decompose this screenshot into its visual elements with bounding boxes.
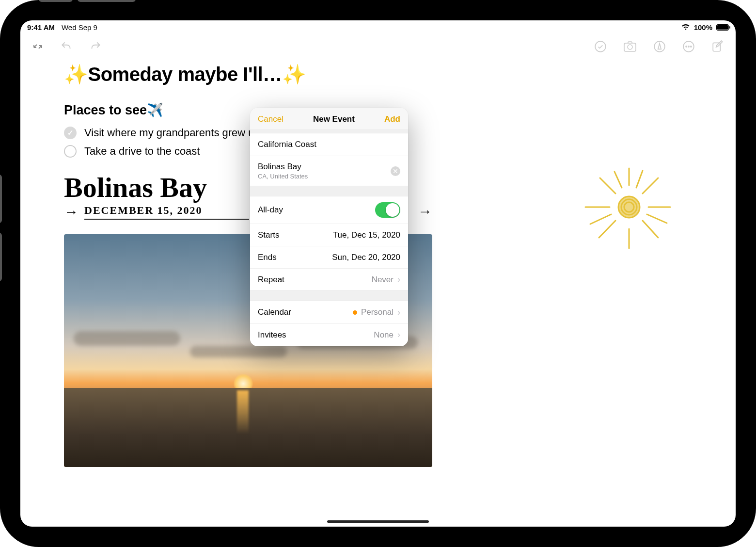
all-day-toggle[interactable] xyxy=(375,202,400,218)
clear-location-icon[interactable]: ✕ xyxy=(391,166,400,176)
repeat-value: Never xyxy=(372,275,394,285)
starts-row[interactable]: Starts Tue, Dec 15, 2020 xyxy=(250,224,408,246)
arrow-right-icon: → xyxy=(418,203,432,220)
more-icon[interactable] xyxy=(682,40,695,55)
handwritten-date: DECEMBER 15, 2020 xyxy=(84,204,249,217)
chevron-right-icon: › xyxy=(397,330,400,340)
event-title-field[interactable]: California Coast xyxy=(250,133,408,156)
calendar-color-dot xyxy=(353,310,357,315)
svg-point-5 xyxy=(686,46,687,47)
starts-value: Tue, Dec 15, 2020 xyxy=(333,230,400,240)
ends-value: Sun, Dec 20, 2020 xyxy=(332,253,400,262)
popover-header: Cancel New Event Add xyxy=(250,108,408,129)
collapse-icon[interactable] xyxy=(32,41,44,54)
popover-title: New Event xyxy=(313,114,355,124)
location-detail: CA, United States xyxy=(258,173,308,180)
calendar-label: Calendar xyxy=(258,307,291,317)
cancel-button[interactable]: Cancel xyxy=(258,114,284,124)
checkbox-checked-icon[interactable] xyxy=(64,127,77,139)
status-date: Wed Sep 9 xyxy=(62,23,97,32)
all-day-label: All-day xyxy=(258,205,283,215)
svg-point-2 xyxy=(628,45,632,49)
invitees-value: None xyxy=(374,330,394,340)
battery-icon xyxy=(716,24,729,31)
undo-icon[interactable] xyxy=(60,40,73,55)
chevron-right-icon: › xyxy=(397,274,400,285)
wifi-icon xyxy=(681,23,690,32)
invitees-label: Invitees xyxy=(258,330,286,340)
note-title: ✨Someday maybe I'll…✨ xyxy=(64,63,692,86)
repeat-label: Repeat xyxy=(258,275,284,285)
redo-icon[interactable] xyxy=(89,40,102,55)
event-title-value: California Coast xyxy=(258,140,316,149)
sparkle-icon: ✨ xyxy=(282,64,306,85)
checklist-item-text: Visit where my grandparents grew up xyxy=(84,127,260,139)
battery-percent: 100% xyxy=(694,23,712,32)
location-name: Bolinas Bay xyxy=(258,162,308,172)
sparkle-icon: ✨ xyxy=(64,64,88,85)
svg-point-6 xyxy=(688,46,689,47)
home-indicator[interactable] xyxy=(327,520,429,523)
airplane-icon: ✈️ xyxy=(147,103,163,117)
chevron-right-icon: › xyxy=(397,307,400,318)
new-event-popover: Cancel New Event Add California Coast Bo… xyxy=(250,108,408,346)
arrow-right-icon: → xyxy=(64,204,79,220)
ends-row[interactable]: Ends Sun, Dec 20, 2020 xyxy=(250,246,408,268)
svg-point-7 xyxy=(691,46,692,47)
starts-label: Starts xyxy=(258,230,279,240)
add-button[interactable]: Add xyxy=(384,114,400,124)
notes-toolbar xyxy=(20,34,736,59)
event-location-field[interactable]: Bolinas Bay CA, United States ✕ xyxy=(250,156,408,186)
repeat-row[interactable]: Repeat Never› xyxy=(250,268,408,290)
calendar-row[interactable]: Calendar Personal› xyxy=(250,301,408,323)
invitees-row[interactable]: Invitees None› xyxy=(250,323,408,346)
checklist-icon[interactable] xyxy=(594,40,607,55)
calendar-value: Personal xyxy=(361,307,394,317)
svg-point-0 xyxy=(595,41,606,52)
all-day-row: All-day xyxy=(250,196,408,224)
checklist-item-text: Take a drive to the coast xyxy=(84,145,200,158)
checkbox-unchecked-icon[interactable] xyxy=(64,145,77,158)
camera-icon[interactable] xyxy=(623,41,637,54)
markup-icon[interactable] xyxy=(653,40,666,55)
compose-icon[interactable] xyxy=(711,40,724,55)
screen: 9:41 AM Wed Sep 9 100% xyxy=(20,20,736,527)
status-bar: 9:41 AM Wed Sep 9 100% xyxy=(20,20,736,34)
status-time: 9:41 AM xyxy=(27,23,55,32)
ends-label: Ends xyxy=(258,253,277,262)
ipad-frame: 9:41 AM Wed Sep 9 100% xyxy=(0,0,756,547)
